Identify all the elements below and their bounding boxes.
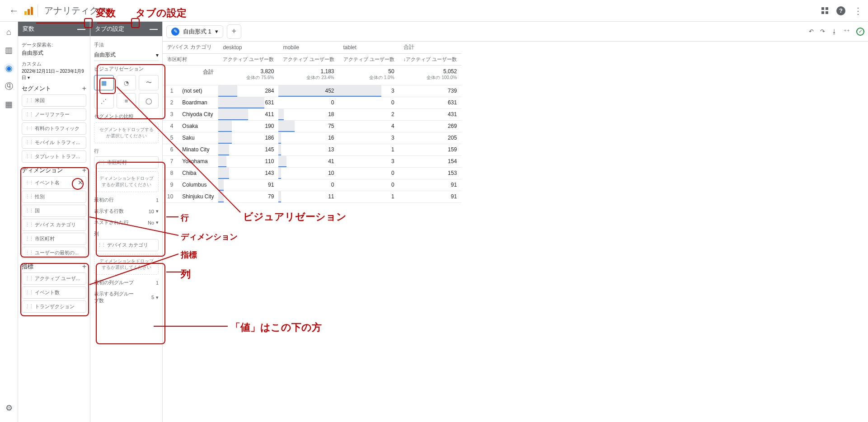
metrics-label: 指標 [22, 263, 33, 271]
cols-dropzone[interactable]: ディメンションをドロップするか選択してください [94, 254, 159, 275]
viz-bar-icon[interactable]: ≡ [117, 93, 136, 108]
chip-item[interactable]: ⋮⋮タブレット トラフ... [22, 150, 86, 163]
chip-item[interactable]: ⋮⋮米国 [22, 94, 86, 107]
start-row-value[interactable]: 1 [156, 197, 159, 203]
explore-icon[interactable]: ◉ [4, 63, 14, 73]
viz-donut-icon[interactable]: ◔ [117, 75, 136, 90]
technique-label: 手法 [94, 42, 159, 48]
table-row[interactable]: 8Chiba143100153 [163, 167, 461, 179]
chip-item[interactable]: ⋮⋮イベント数 [22, 286, 86, 299]
hdr-total: 合計 [399, 42, 462, 53]
edit-icon: ✎ [171, 28, 179, 36]
reports-icon[interactable]: ▥ [4, 45, 14, 55]
content-area: ✎ 自由形式 1 ▾ + ↶ ↷ ⭳ ⁺⁺ ✓ デバイス カテゴリ deskto… [163, 22, 868, 422]
hdr-city: 市区町村 [163, 53, 218, 65]
chip-item[interactable]: ⋮⋮アクティブ ユーザ... [22, 272, 86, 285]
chip-item[interactable]: ⋮⋮ユーザーの最初の... [22, 247, 86, 259]
chip-item[interactable]: ⋮⋮国 [22, 205, 86, 217]
viz-scatter-icon[interactable]: ⋰ [94, 93, 114, 108]
total-v2: 1,183全体の 23.4% [278, 65, 338, 85]
config-icon[interactable]: ▦ [4, 99, 14, 109]
compare-dropzone[interactable]: セグメントをドロップするか選択してください [94, 122, 159, 143]
chevron-down-icon: ▾ [215, 28, 218, 35]
cols-label: 列 [94, 230, 159, 237]
status-check-icon[interactable]: ✓ [856, 28, 864, 36]
grid-icon[interactable] [821, 7, 828, 14]
table-row[interactable]: 9Columbus910091 [163, 179, 461, 191]
hdr-desktop: desktop [218, 42, 278, 53]
viz-table-icon[interactable]: ▦ [94, 75, 114, 90]
segments-label: セグメント [22, 84, 51, 93]
date-range[interactable]: 2022年12月11日～2023年1月9日 ▾ [22, 68, 86, 81]
variables-panel-header: 変数 — [18, 22, 90, 36]
show-rows-label: 表示する行数 [94, 208, 124, 215]
chip-item[interactable]: ⋮⋮イベント名✕ [22, 176, 86, 189]
total-v4: 5,052全体の 100.0% [399, 65, 462, 85]
add-metric-icon[interactable]: + [82, 263, 86, 271]
chip-item[interactable]: ⋮⋮デバイス カテゴリ [22, 219, 86, 231]
collapse-icon[interactable]: — [150, 24, 158, 34]
download-icon[interactable]: ⭳ [831, 28, 837, 35]
help-icon[interactable]: ? [836, 6, 845, 15]
home-icon[interactable]: ⌂ [4, 27, 14, 37]
table-row[interactable]: 3Chiyoda City411182431 [163, 108, 461, 120]
viz-geo-icon[interactable]: ◯ [139, 93, 159, 108]
more-icon[interactable]: ⋮ [854, 5, 863, 16]
viz-line-icon[interactable]: 〜 [139, 75, 159, 90]
chip-item[interactable]: ⋮⋮有料のトラフィック [22, 122, 86, 135]
start-col-value[interactable]: 1 [156, 280, 159, 286]
settings-title: タブの設定 [95, 25, 124, 33]
collapse-icon[interactable]: — [77, 24, 85, 34]
viz-label: ビジュアリゼーション [94, 66, 159, 72]
table-row[interactable]: 2Boardman63100631 [163, 97, 461, 108]
start-col-label: 最初の列グループ [94, 279, 134, 286]
show-cols-label: 表示する列グループ数 [94, 291, 135, 304]
chip-item[interactable]: ⋮⋮市区町村 [22, 233, 86, 245]
undo-icon[interactable]: ↶ [809, 28, 814, 35]
hdr-active2[interactable]: アクティブ ユーザー数 [278, 53, 338, 65]
rows-dropzone[interactable]: ディメンションをドロップするか選択してください [94, 171, 159, 192]
hdr-active1[interactable]: アクティブ ユーザー数 [218, 53, 278, 65]
add-dimension-icon[interactable]: + [82, 166, 86, 174]
add-segment-icon[interactable]: + [82, 84, 86, 93]
chip-item[interactable]: ⋮⋮性別 [22, 191, 86, 203]
table-row[interactable]: 6Minato City145131159 [163, 144, 461, 155]
hdr-active4[interactable]: ↓アクティブ ユーザー数 [399, 53, 462, 65]
analytics-logo [24, 7, 33, 15]
table-row[interactable]: 5Saku186163205 [163, 132, 461, 144]
nest-rows-label: ネストされた行 [94, 219, 129, 226]
ads-icon[interactable]: ⓠ [4, 81, 14, 91]
table-row[interactable]: 7Yokohama110413154 [163, 155, 461, 167]
table-row[interactable]: 10Shinjuku City7911191 [163, 191, 461, 202]
settings-panel-header: タブの設定 — [90, 22, 162, 36]
variables-title: 変数 [23, 25, 34, 33]
redo-icon[interactable]: ↷ [820, 28, 825, 35]
cols-chip[interactable]: ⋮⋮デバイス カテゴリ [94, 239, 159, 251]
table-row[interactable]: 1(not set)2844523739 [163, 85, 461, 97]
chip-item[interactable]: ⋮⋮トランザクション [22, 300, 86, 313]
start-row-label: 最初の行 [94, 197, 114, 203]
app-title: アナリティクス [38, 5, 108, 17]
total-label: 合計 [163, 65, 218, 85]
nest-rows-select[interactable]: No ▾ [148, 220, 159, 225]
back-arrow-icon[interactable]: ← [5, 5, 23, 17]
table-row[interactable]: 4Osaka190754269 [163, 120, 461, 132]
date-range-label: カスタム [22, 61, 86, 67]
show-rows-select[interactable]: 10 ▾ [149, 208, 159, 214]
hdr-tablet: tablet [339, 42, 399, 53]
chip-item[interactable]: ⋮⋮ノーリファラー [22, 108, 86, 121]
technique-select[interactable]: 自由形式▾ [94, 49, 159, 61]
exploration-name[interactable]: 自由形式 [22, 49, 86, 57]
settings-icon[interactable]: ⚙ [4, 403, 14, 413]
dimensions-label: ディメンション [22, 166, 63, 174]
add-tab-button[interactable]: + [227, 24, 241, 39]
remove-icon[interactable]: ✕ [78, 179, 83, 186]
chip-item[interactable]: ⋮⋮モバイル トラフィ... [22, 136, 86, 149]
rows-chip[interactable]: ⋮⋮市区町村 [94, 156, 159, 169]
show-cols-select[interactable]: 5 ▾ [151, 295, 159, 300]
hdr-active3[interactable]: アクティブ ユーザー数 [339, 53, 399, 65]
tab-chip[interactable]: ✎ 自由形式 1 ▾ [166, 25, 223, 38]
share-icon[interactable]: ⁺⁺ [844, 28, 850, 35]
settings-panel: タブの設定 — 手法 自由形式▾ ビジュアリゼーション ▦ ◔ 〜 ⋰ ≡ ◯ … [90, 22, 163, 422]
data-table: デバイス カテゴリ desktop mobile tablet 合計 市区町村 … [163, 42, 461, 203]
